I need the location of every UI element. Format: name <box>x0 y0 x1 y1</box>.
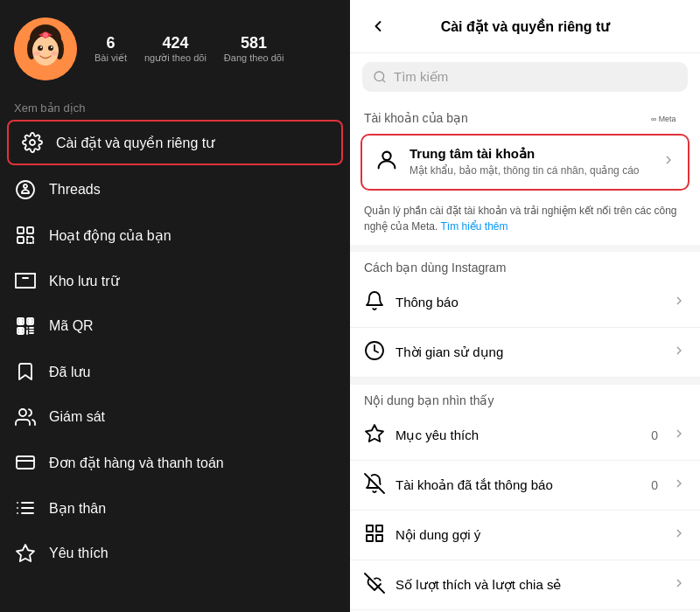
content-section-header: Nội dung bạn nhìn thấy <box>350 385 700 411</box>
besties-label: Bạn thân <box>49 500 106 517</box>
menu-item-archive[interactable]: Kho lưu trữ <box>0 258 350 303</box>
followers-number: 424 <box>162 34 188 52</box>
favorites-count: 0 <box>651 428 658 442</box>
svg-marker-42 <box>366 425 383 442</box>
svg-rect-46 <box>367 535 373 541</box>
section-label: Xem bản dịch <box>0 94 350 118</box>
followers-label: người theo dõi <box>144 52 206 64</box>
divider-1 <box>350 245 700 252</box>
menu-item-saved[interactable]: Đã lưu <box>0 349 350 394</box>
svg-rect-47 <box>376 535 382 541</box>
menu-item-qr[interactable]: Mã QR <box>0 303 350 349</box>
stat-followers: 424 người theo dõi <box>144 34 206 64</box>
svg-rect-44 <box>367 525 373 532</box>
screen-time-chevron <box>672 344 686 361</box>
menu-item-activity[interactable]: Hoạt động của bạn <box>0 212 350 258</box>
svg-point-12 <box>30 140 35 145</box>
star-outline-icon <box>364 423 385 448</box>
suggested-label: Nội dung gợi ý <box>396 527 662 543</box>
archive-label: Kho lưu trữ <box>49 273 119 289</box>
qr-icon <box>14 315 37 337</box>
threads-icon <box>14 178 37 201</box>
threads-label: Threads <box>49 182 101 198</box>
svg-point-11 <box>43 32 48 38</box>
account-center-subtitle: Mật khẩu, bảo mật, thông tin cá nhân, qu… <box>410 163 651 178</box>
right-title: Cài đặt và quyền riêng tư <box>392 18 658 35</box>
account-center-card[interactable]: Trung tâm tài khoản Mật khẩu, bảo mật, t… <box>360 134 690 191</box>
menu-item-settings[interactable]: Cài đặt và quyền riêng tư <box>7 120 343 165</box>
bell-off-icon <box>364 473 385 497</box>
account-center-icon <box>374 148 399 176</box>
supervision-icon <box>14 406 37 428</box>
menu-list: Cài đặt và quyền riêng tư Threads Hoạt đ… <box>0 118 350 612</box>
divider-2 <box>350 378 700 385</box>
svg-point-37 <box>374 72 384 81</box>
menu-item-favorites[interactable]: Yêu thích <box>0 531 350 576</box>
left-panel: 6 Bài viết 424 người theo dõi 581 Đang t… <box>0 0 350 612</box>
menu-item-notifications[interactable]: Thông báo <box>350 278 700 328</box>
menu-item-supervision[interactable]: Giám sát <box>0 394 350 440</box>
svg-text:∞ Meta: ∞ Meta <box>651 115 676 123</box>
profile-section: 6 Bài viết 424 người theo dõi 581 Đang t… <box>0 0 350 94</box>
svg-point-8 <box>51 46 52 48</box>
search-placeholder: Tìm kiếm <box>394 69 448 85</box>
svg-point-7 <box>40 46 42 48</box>
back-button[interactable] <box>364 12 392 40</box>
settings-label: Cài đặt và quyền riêng tư <box>56 135 214 151</box>
following-label: Đang theo dõi <box>224 52 284 63</box>
activity-label: Hoạt động của bạn <box>49 227 172 244</box>
bell-icon <box>364 290 385 315</box>
menu-item-suggested[interactable]: Nội dung gợi ý <box>350 511 700 560</box>
menu-item-muted[interactable]: Tài khoản đã tắt thông báo 0 <box>350 461 700 511</box>
likes-chevron <box>672 576 686 594</box>
favorites-label: Yêu thích <box>49 546 108 561</box>
menu-item-threads[interactable]: Threads <box>0 167 350 212</box>
stat-following: 581 Đang theo dõi <box>224 34 284 64</box>
account-section-title: Tài khoản của bạn <box>364 111 468 125</box>
grid-icon <box>364 523 385 547</box>
heart-off-icon <box>364 573 385 597</box>
right-content: Tài khoản của bạn ∞ Meta Trung tâm tài k… <box>350 101 700 612</box>
svg-rect-19 <box>29 320 32 323</box>
clock-icon <box>364 340 385 365</box>
menu-item-orders[interactable]: Đơn đặt hàng và thanh toán <box>0 440 350 485</box>
qr-label: Mã QR <box>49 318 94 334</box>
svg-rect-28 <box>17 456 34 469</box>
favorites-content-label: Mục yêu thích <box>396 428 640 443</box>
right-panel: Cài đặt và quyền riêng tư Tìm kiếm Tài k… <box>350 0 700 612</box>
notifications-label: Thông báo <box>396 295 662 309</box>
svg-rect-13 <box>18 227 24 233</box>
suggested-chevron <box>672 526 686 544</box>
supervision-label: Giám sát <box>49 409 105 425</box>
svg-rect-15 <box>18 237 24 243</box>
svg-point-40 <box>382 152 390 160</box>
stat-posts: 6 Bài viết <box>94 34 127 64</box>
gear-icon <box>21 131 44 154</box>
learn-more-link[interactable]: Tìm hiểu thêm <box>441 220 508 233</box>
posts-number: 6 <box>106 34 115 52</box>
search-bar[interactable]: Tìm kiếm <box>362 62 688 92</box>
svg-point-6 <box>48 45 53 51</box>
right-header: Cài đặt và quyền riêng tư <box>350 0 700 53</box>
meta-logo: ∞ Meta <box>651 111 686 125</box>
menu-item-besties[interactable]: Bạn thân <box>0 485 350 531</box>
stats-container: 6 Bài viết 424 người theo dõi 581 Đang t… <box>94 34 284 64</box>
orders-label: Đơn đặt hàng và thanh toán <box>49 455 224 471</box>
svg-line-43 <box>365 474 384 493</box>
account-center-text: Trung tâm tài khoản Mật khẩu, bảo mật, t… <box>410 146 651 178</box>
svg-rect-21 <box>19 330 22 332</box>
svg-rect-45 <box>376 525 382 532</box>
menu-item-screen-time[interactable]: Thời gian sử dụng <box>350 328 700 378</box>
svg-marker-36 <box>17 545 34 561</box>
orders-icon <box>14 451 37 474</box>
archive-icon <box>14 269 37 292</box>
account-info-text: Quản lý phần cài đặt tài khoản và trải n… <box>350 198 700 245</box>
menu-item-likes[interactable]: Số lượt thích và lượt chia sẻ <box>350 560 700 610</box>
notifications-chevron <box>672 294 686 311</box>
favorites-content-chevron <box>672 427 686 444</box>
svg-point-27 <box>19 409 26 416</box>
muted-count: 0 <box>651 478 658 492</box>
svg-point-4 <box>32 36 59 66</box>
activity-icon <box>14 224 37 247</box>
menu-item-favorites-content[interactable]: Mục yêu thích 0 <box>350 411 700 461</box>
